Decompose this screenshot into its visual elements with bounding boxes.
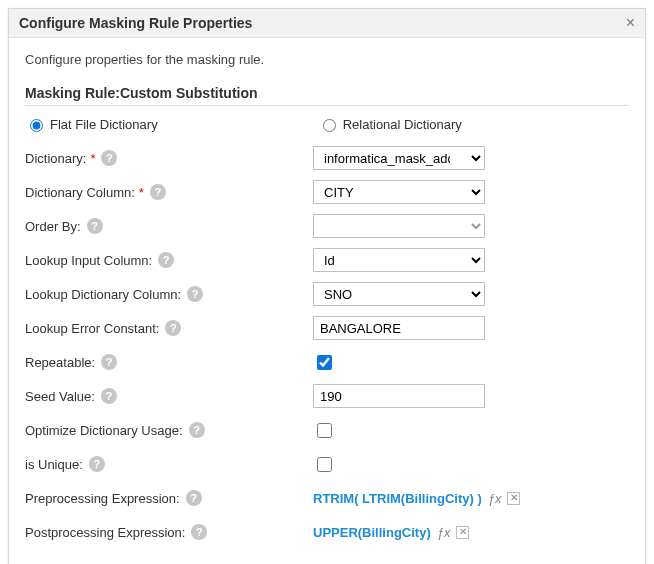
row-postprocessing: Postprocessing Expression: ? UPPER(Billi… <box>25 520 629 544</box>
label-seed-value: Seed Value: <box>25 389 95 404</box>
close-icon[interactable]: × <box>626 15 635 31</box>
dialog-title: Configure Masking Rule Properties <box>19 15 252 31</box>
label-preprocessing: Preprocessing Expression: <box>25 491 180 506</box>
radio-flat-file-input[interactable] <box>30 119 43 132</box>
dialog-header: Configure Masking Rule Properties × <box>9 9 645 38</box>
label-is-unique: is Unique: <box>25 457 83 472</box>
dictionary-type-radios: Flat File Dictionary Relational Dictiona… <box>25 116 629 132</box>
clear-icon[interactable]: ✕ <box>456 526 469 539</box>
is-unique-checkbox[interactable] <box>317 457 332 472</box>
clear-icon[interactable]: ✕ <box>507 492 520 505</box>
radio-flat-file[interactable]: Flat File Dictionary <box>25 116 158 132</box>
dialog-footer: ? Save Cancel <box>25 554 629 564</box>
label-lookup-error-constant: Lookup Error Constant: <box>25 321 159 336</box>
required-indicator: * <box>90 151 95 166</box>
radio-relational-input[interactable] <box>323 119 336 132</box>
required-indicator: * <box>139 185 144 200</box>
dialog-body: Configure properties for the masking rul… <box>9 38 645 564</box>
radio-relational[interactable]: Relational Dictionary <box>318 116 462 132</box>
configure-masking-dialog: Configure Masking Rule Properties × Conf… <box>8 8 646 564</box>
label-dictionary-column: Dictionary Column: <box>25 185 135 200</box>
label-repeatable: Repeatable: <box>25 355 95 370</box>
help-icon[interactable]: ? <box>87 218 103 234</box>
help-icon[interactable]: ? <box>186 490 202 506</box>
help-icon[interactable]: ? <box>189 422 205 438</box>
help-icon[interactable]: ? <box>101 150 117 166</box>
dictionary-column-select[interactable]: CITY <box>313 180 485 204</box>
section-title: Masking Rule:Custom Substitution <box>25 85 629 106</box>
lookup-error-constant-input[interactable] <box>313 316 485 340</box>
help-icon[interactable]: ? <box>191 524 207 540</box>
row-repeatable: Repeatable: ? <box>25 350 629 374</box>
postprocessing-value[interactable]: UPPER(BillingCity) <box>313 525 431 540</box>
row-optimize-dict-usage: Optimize Dictionary Usage: ? <box>25 418 629 442</box>
help-icon[interactable]: ? <box>158 252 174 268</box>
help-icon[interactable]: ? <box>101 388 117 404</box>
order-by-select[interactable] <box>313 214 485 238</box>
row-lookup-error-constant: Lookup Error Constant: ? <box>25 316 629 340</box>
row-lookup-dict-column: Lookup Dictionary Column: ? SNO <box>25 282 629 306</box>
label-optimize-dict-usage: Optimize Dictionary Usage: <box>25 423 183 438</box>
label-dictionary: Dictionary: <box>25 151 86 166</box>
radio-relational-label: Relational Dictionary <box>343 117 462 132</box>
label-order-by: Order By: <box>25 219 81 234</box>
row-dictionary: Dictionary: * ? informatica_mask_addre <box>25 146 629 170</box>
seed-value-input[interactable] <box>313 384 485 408</box>
help-icon[interactable]: ? <box>187 286 203 302</box>
help-icon[interactable]: ? <box>89 456 105 472</box>
label-lookup-dict-column: Lookup Dictionary Column: <box>25 287 181 302</box>
row-order-by: Order By: ? <box>25 214 629 238</box>
row-preprocessing: Preprocessing Expression: ? RTRIM( LTRIM… <box>25 486 629 510</box>
lookup-dict-column-select[interactable]: SNO <box>313 282 485 306</box>
fx-icon[interactable]: ƒx <box>437 525 451 540</box>
radio-flat-file-label: Flat File Dictionary <box>50 117 158 132</box>
label-postprocessing: Postprocessing Expression: <box>25 525 185 540</box>
repeatable-checkbox[interactable] <box>317 355 332 370</box>
fx-icon[interactable]: ƒx <box>488 491 502 506</box>
row-is-unique: is Unique: ? <box>25 452 629 476</box>
lookup-input-column-select[interactable]: Id <box>313 248 485 272</box>
row-dictionary-column: Dictionary Column: * ? CITY <box>25 180 629 204</box>
dialog-subtitle: Configure properties for the masking rul… <box>25 52 629 67</box>
help-icon[interactable]: ? <box>101 354 117 370</box>
dictionary-select[interactable]: informatica_mask_addre <box>313 146 485 170</box>
row-lookup-input-column: Lookup Input Column: ? Id <box>25 248 629 272</box>
help-icon[interactable]: ? <box>150 184 166 200</box>
row-seed-value: Seed Value: ? <box>25 384 629 408</box>
help-icon[interactable]: ? <box>165 320 181 336</box>
optimize-dict-usage-checkbox[interactable] <box>317 423 332 438</box>
label-lookup-input-column: Lookup Input Column: <box>25 253 152 268</box>
preprocessing-value[interactable]: RTRIM( LTRIM(BillingCity) ) <box>313 491 482 506</box>
